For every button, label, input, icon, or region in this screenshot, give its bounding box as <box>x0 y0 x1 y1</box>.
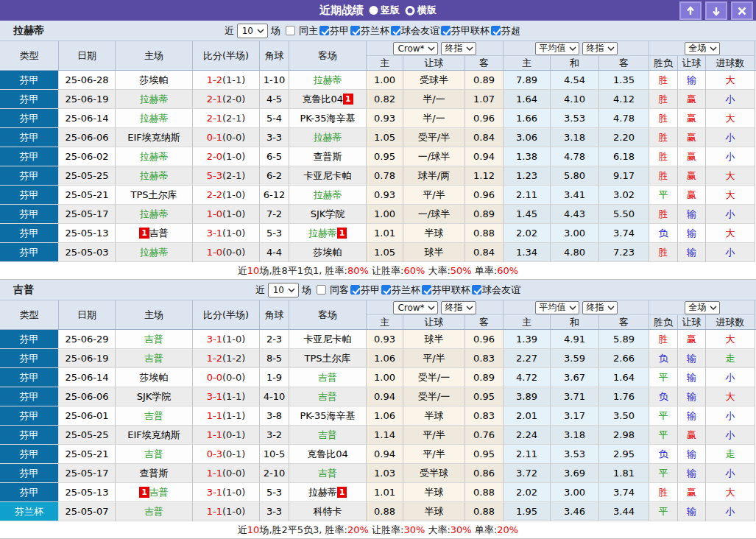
avg-select[interactable]: 平均值 <box>535 42 579 55</box>
chevron-down-icon <box>257 29 264 33</box>
league-checkbox[interactable] <box>319 26 329 35</box>
avg-away-cell: 7.23 <box>599 243 649 262</box>
league-checkbox[interactable] <box>381 285 391 295</box>
league-checkbox[interactable] <box>391 26 400 35</box>
away-odds-cell: 1.07 <box>465 90 504 109</box>
odds-stage-select[interactable]: 终指 <box>441 42 476 55</box>
odds-stage-select[interactable]: 终指 <box>441 301 476 314</box>
team-name: 拉赫蒂 <box>140 246 169 259</box>
away-odds-cell: 0.89 <box>465 205 504 224</box>
same-venue-checkbox[interactable] <box>286 26 295 35</box>
arrow-up-icon <box>685 6 696 16</box>
date-cell: 25-05-25 <box>59 426 116 445</box>
team-name: 吉普 <box>149 486 169 499</box>
avg-draw-cell: 5.80 <box>551 166 599 186</box>
league-checkbox[interactable] <box>472 285 481 295</box>
avg-home-cell: 1.95 <box>504 502 551 521</box>
titlebar: 近期战绩 竖版 横版 <box>0 0 756 21</box>
avg-away-cell: 5.89 <box>599 330 649 349</box>
column-header: 主 <box>367 56 403 70</box>
team-name: EIF埃克纳斯 <box>127 131 180 144</box>
league-cell: 芬甲 <box>0 426 59 445</box>
league-checkbox[interactable] <box>491 26 501 35</box>
home-team-cell: 拉赫蒂 <box>116 166 193 186</box>
avg-home-cell: 2.11 <box>504 186 551 205</box>
home-team-cell: 拉赫蒂 <box>116 243 193 262</box>
league-cell: 芬甲 <box>0 464 59 483</box>
score-cell: 1-2(1-2) <box>193 349 260 368</box>
home-team-cell: 拉赫蒂 <box>116 109 193 128</box>
summary-row: 近10场,胜8平1负1, 胜率:80% 让胜率:60% 大率:50% 单率:60… <box>0 262 756 280</box>
away-odds-cell: 0.95 <box>465 445 504 464</box>
avg-away-cell: 1.64 <box>599 368 649 387</box>
result-cell: 胜 <box>649 243 678 262</box>
team-title: 拉赫蒂 <box>0 24 44 38</box>
same-venue-checkbox[interactable] <box>317 285 326 295</box>
handicap-cell: 半球 <box>403 483 465 502</box>
match-count-select[interactable]: 10 <box>268 283 299 297</box>
handicap-result-cell: 输 <box>678 406 706 426</box>
away-odds-cell: 0.76 <box>465 426 504 445</box>
match-row: 芬甲25-06-19吉普1-2(1-2)8-5TPS土尔库1.06平/半0.83… <box>0 349 756 368</box>
home-team-cell: 拉赫蒂 <box>116 147 193 166</box>
match-count-select[interactable]: 10 <box>237 24 268 38</box>
corners-cell: 2-3 <box>260 330 289 349</box>
result-cell: 负 <box>649 349 678 368</box>
away-team-cell: PK-35海辛基 <box>289 109 367 128</box>
handicap-result-cell: 输 <box>678 502 706 521</box>
goals-result-cell: 小 <box>706 147 755 166</box>
league-checkbox[interactable] <box>350 285 360 295</box>
scope-select[interactable]: 全场 <box>685 42 720 55</box>
handicap-cell: 半/一 <box>403 90 465 109</box>
avg-home-cell: 7.89 <box>504 71 551 90</box>
date-cell: 25-05-07 <box>59 502 116 521</box>
radio-vertical-layout[interactable]: 竖版 <box>369 4 400 17</box>
away-odds-cell: 0.89 <box>465 71 504 90</box>
corners-cell: 5-3 <box>260 224 289 243</box>
odds-company-select[interactable]: Crow* <box>393 42 437 55</box>
handicap-cell: 一/球半 <box>403 205 465 224</box>
date-cell: 25-05-13 <box>59 483 116 502</box>
summary-row: 近10场,胜2平5负3, 胜率:20% 让胜率:30% 大率:30% 单率:20… <box>0 521 756 539</box>
column-header: 让球 <box>403 315 465 329</box>
radio-horizontal-layout[interactable]: 横版 <box>405 4 437 17</box>
score-cell: 0-1(0-0) <box>193 128 260 147</box>
league-cell: 芬甲 <box>0 224 59 243</box>
date-cell: 25-05-21 <box>59 186 116 205</box>
avg-draw-cell: 3.41 <box>551 186 599 205</box>
league-checkbox[interactable] <box>422 285 431 295</box>
date-cell: 25-06-14 <box>59 109 116 128</box>
match-row: 芬甲25-05-17拉赫蒂1-0(1-0)7-2SJK学院1.00一/球半0.8… <box>0 205 756 224</box>
corners-cell: 5-3 <box>260 483 289 502</box>
move-up-button[interactable] <box>679 1 702 20</box>
corners-cell: 1-9 <box>260 368 289 387</box>
team-section-header: 吉普近10场同客芬甲芬兰杯芬甲联杯球会友谊 <box>0 280 756 300</box>
away-odds-cell: 0.94 <box>465 147 504 166</box>
home-team-cell: 拉赫蒂 <box>116 90 193 109</box>
result-cell: 平 <box>649 186 678 205</box>
move-down-button[interactable] <box>705 1 727 20</box>
team-name: PK-35海辛基 <box>300 112 355 125</box>
avg-stage-select[interactable]: 终指 <box>582 42 618 55</box>
goals-result-cell: 小 <box>706 205 755 224</box>
corners-cell: 6-12 <box>260 186 289 205</box>
away-odds-cell: 0.84 <box>465 243 504 262</box>
away-odds-cell: 0.96 <box>465 109 504 128</box>
league-checkbox[interactable] <box>350 26 360 35</box>
date-cell: 25-06-02 <box>59 147 116 166</box>
avg-stage-select[interactable]: 终指 <box>582 301 618 314</box>
handicap-result-cell: 赢 <box>678 90 706 109</box>
chevron-down-icon <box>607 306 615 310</box>
league-cell: 芬甲 <box>0 90 59 109</box>
league-cell: 芬甲 <box>0 109 59 128</box>
odds-company-select[interactable]: Crow* <box>393 301 437 314</box>
scope-select[interactable]: 全场 <box>685 301 720 314</box>
close-button[interactable] <box>731 1 753 20</box>
league-checkbox[interactable] <box>441 26 451 35</box>
league-cell: 芬甲 <box>0 368 59 387</box>
score-cell: 3-1(1-1) <box>193 387 260 406</box>
match-row: 芬甲25-06-19拉赫蒂2-1(2-0)4-5克鲁比0410.82半/一1.0… <box>0 90 756 109</box>
date-cell: 25-06-06 <box>59 387 116 406</box>
chevron-down-icon <box>569 306 576 310</box>
avg-select[interactable]: 平均值 <box>535 301 579 314</box>
